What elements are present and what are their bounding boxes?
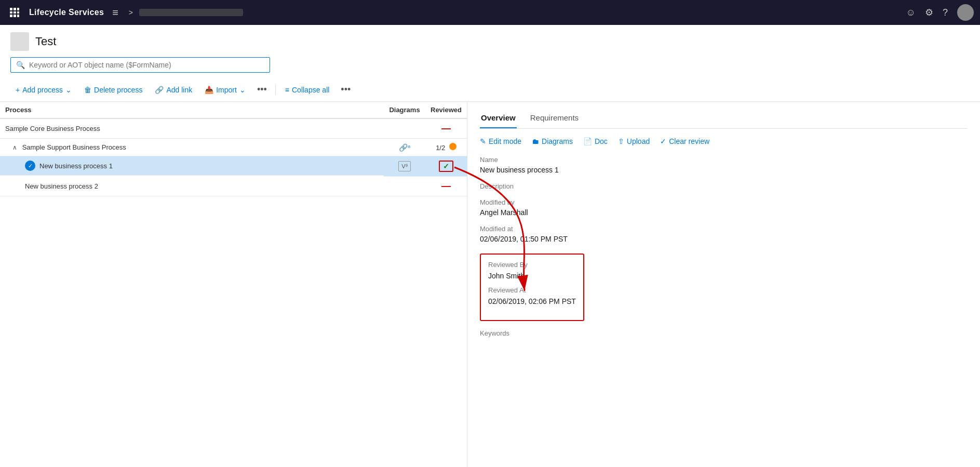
reviewed-dash-icon: — bbox=[441, 181, 451, 191]
page-content: Test 🔍 + Add process ⌄ 🗑 Delete process … bbox=[0, 25, 980, 467]
collapse-icon: ≡ bbox=[285, 86, 289, 94]
breadcrumb-chevron: > bbox=[129, 8, 133, 17]
description-label: Description bbox=[480, 182, 968, 190]
toolbar-more-button-2[interactable]: ••• bbox=[337, 82, 355, 97]
table-row[interactable]: Sample Core Business Process — bbox=[0, 118, 467, 139]
search-icon: 🔍 bbox=[16, 61, 25, 69]
modified-at-field: Modified at 02/06/2019, 01:50 PM PST bbox=[480, 225, 968, 243]
modified-by-field: Modified by Angel Marshall bbox=[480, 198, 968, 217]
table-row[interactable]: ∧ Sample Support Business Process 🔗ⁿ 1/2 bbox=[0, 139, 467, 156]
main-layout: Process Diagrams Reviewed Sample Core Bu… bbox=[0, 102, 980, 467]
col-header-reviewed: Reviewed bbox=[425, 102, 467, 118]
topbar: Lifecycle Services ≡ > ☺ ⚙ ? bbox=[0, 0, 980, 25]
toolbar-divider bbox=[275, 85, 276, 95]
app-title: Lifecycle Services bbox=[29, 8, 104, 17]
svg-rect-4 bbox=[14, 11, 16, 14]
modified-by-value: Angel Marshall bbox=[480, 208, 968, 217]
table-row[interactable]: New business process 2 — bbox=[0, 177, 467, 196]
name-field: Name New business process 1 bbox=[480, 156, 968, 174]
process-table: Process Diagrams Reviewed Sample Core Bu… bbox=[0, 102, 467, 196]
detail-tabs: Overview Requirements bbox=[480, 110, 968, 129]
detail-toolbar: ✎ Edit mode 🖿 Diagrams 📄 Doc ⇧ Upload ✓ bbox=[480, 137, 968, 145]
reviewed-cell: — bbox=[425, 177, 467, 196]
link-icon: 🔗 bbox=[155, 86, 164, 94]
process-name: New business process 1 bbox=[39, 162, 113, 170]
process-name: Sample Support Business Process bbox=[22, 143, 126, 151]
edit-mode-button[interactable]: ✎ Edit mode bbox=[480, 137, 521, 145]
svg-rect-6 bbox=[10, 15, 12, 17]
import-button[interactable]: 📥 Import ⌄ bbox=[199, 83, 251, 97]
svg-rect-1 bbox=[14, 8, 16, 10]
reviewed-dash-icon: — bbox=[441, 123, 451, 134]
pencil-icon: ✎ bbox=[480, 137, 486, 145]
help-icon[interactable]: ? bbox=[943, 7, 948, 18]
add-link-button[interactable]: 🔗 Add link bbox=[150, 83, 197, 97]
svg-rect-0 bbox=[10, 8, 12, 10]
reviewed-at-value: 02/06/2019, 02:06 PM PST bbox=[488, 297, 576, 305]
search-input[interactable] bbox=[29, 61, 264, 69]
reviewed-section: Reviewed By John Smith Reviewed At 02/06… bbox=[480, 253, 584, 321]
visio-icon[interactable]: Vᵝ bbox=[398, 161, 411, 171]
svg-rect-8 bbox=[17, 15, 19, 17]
check-icon: ✓ bbox=[660, 137, 666, 145]
process-panel: Process Diagrams Reviewed Sample Core Bu… bbox=[0, 102, 467, 467]
process-name: New business process 2 bbox=[25, 182, 98, 190]
reviewed-cell: — bbox=[425, 118, 467, 139]
svg-rect-7 bbox=[14, 15, 16, 17]
keywords-label: Keywords bbox=[480, 329, 968, 337]
page-header-top: Test bbox=[10, 32, 970, 51]
col-header-diagrams: Diagrams bbox=[384, 102, 425, 118]
collapse-icon[interactable]: ∧ bbox=[12, 144, 17, 151]
reviewed-cell: 1/2 bbox=[425, 139, 467, 156]
process-name: Sample Core Business Process bbox=[5, 125, 100, 132]
tab-overview[interactable]: Overview bbox=[480, 110, 517, 128]
diagrams-button[interactable]: 🖿 Diagrams bbox=[532, 137, 573, 145]
page-title: Test bbox=[35, 35, 56, 48]
diagrams-cell bbox=[384, 177, 425, 196]
doc-icon: 📄 bbox=[583, 137, 592, 145]
name-label: Name bbox=[480, 156, 968, 164]
reviewed-by-value: John Smith bbox=[488, 272, 576, 280]
topbar-icons: ☺ ⚙ ? bbox=[906, 4, 974, 21]
detail-panel: Overview Requirements ✎ Edit mode 🖿 Diag… bbox=[467, 102, 980, 467]
user-avatar[interactable] bbox=[957, 4, 974, 21]
row-checkbox-icon[interactable]: ✓ bbox=[25, 161, 35, 171]
add-process-chevron-icon: ⌄ bbox=[65, 86, 72, 94]
diagrams-cell: 🔗ⁿ bbox=[384, 139, 425, 156]
diagrams-cell bbox=[384, 118, 425, 139]
grid-menu-icon[interactable] bbox=[6, 4, 23, 21]
reviewed-by-field: Reviewed By John Smith bbox=[488, 261, 576, 280]
add-process-button[interactable]: + Add process ⌄ bbox=[10, 83, 77, 97]
clear-review-button[interactable]: ✓ Clear review bbox=[660, 137, 709, 145]
reviewed-check-icon: ✓ bbox=[439, 161, 453, 172]
reviewed-orange-dot bbox=[449, 143, 457, 150]
svg-rect-3 bbox=[10, 11, 12, 14]
doc-button[interactable]: 📄 Doc bbox=[583, 137, 608, 145]
delete-process-button[interactable]: 🗑 Delete process bbox=[79, 83, 147, 97]
hamburger-icon[interactable]: ≡ bbox=[112, 7, 118, 19]
toolbar-more-button[interactable]: ••• bbox=[253, 82, 271, 97]
settings-icon[interactable]: ⚙ bbox=[925, 7, 933, 18]
process-name-cell: Sample Core Business Process bbox=[0, 118, 384, 139]
collapse-all-button[interactable]: ≡ Collapse all bbox=[280, 83, 335, 97]
process-name-cell: New business process 2 bbox=[0, 177, 384, 196]
col-header-process: Process bbox=[0, 102, 384, 118]
import-chevron-icon: ⌄ bbox=[239, 86, 246, 94]
table-row[interactable]: ✓ New business process 1 Vᵝ ✓ bbox=[0, 156, 467, 177]
diagram-link-icon[interactable]: 🔗ⁿ bbox=[399, 143, 410, 152]
upload-icon: ⇧ bbox=[618, 137, 624, 145]
breadcrumb-area bbox=[139, 9, 900, 16]
modified-by-label: Modified by bbox=[480, 198, 968, 206]
breadcrumb-bar bbox=[139, 9, 243, 16]
modified-at-label: Modified at bbox=[480, 225, 968, 233]
keywords-field: Keywords bbox=[480, 329, 968, 337]
tab-requirements[interactable]: Requirements bbox=[529, 110, 580, 128]
reviewed-at-label: Reviewed At bbox=[488, 286, 576, 294]
reviewed-cell: ✓ bbox=[425, 156, 467, 177]
smiley-icon[interactable]: ☺ bbox=[906, 7, 916, 18]
process-name-cell: ✓ New business process 1 bbox=[0, 156, 384, 176]
upload-button[interactable]: ⇧ Upload bbox=[618, 137, 650, 145]
reviewed-by-label: Reviewed By bbox=[488, 261, 576, 269]
trash-icon: 🗑 bbox=[84, 86, 91, 94]
search-bar[interactable]: 🔍 bbox=[10, 57, 270, 73]
